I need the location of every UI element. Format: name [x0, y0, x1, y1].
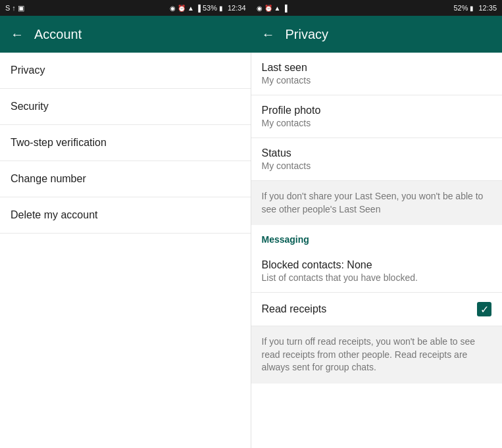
header-account: ← Account	[0, 16, 251, 53]
back-arrow-account[interactable]: ←	[11, 27, 24, 42]
left-panel: Privacy Security Two-step verification C…	[0, 53, 251, 448]
menu-item-security[interactable]: Security	[0, 89, 251, 125]
status-bar-left: S ↑ ▣ ◉ ⏰ ▲ ▐ 53% ▮ 12:34	[0, 0, 251, 16]
wifi-icon-right: ▲	[274, 5, 281, 12]
status-icons-right: ◉ ⏰ ▲ ▐	[257, 5, 288, 12]
menu-item-two-step[interactable]: Two-step verification	[0, 125, 251, 161]
menu-item-privacy[interactable]: Privacy	[0, 53, 251, 89]
back-arrow-privacy[interactable]: ←	[262, 27, 275, 42]
circle-icon-right: ◉	[257, 5, 263, 12]
menu-item-change-number[interactable]: Change number	[0, 161, 251, 197]
menu-item-delete-account[interactable]: Delete my account	[0, 197, 251, 234]
time-battery-right: 52% ▮ 12:35	[453, 4, 497, 12]
status-right-icons-left: ◉ ⏰ ▲ ▐ 53% ▮ 12:34	[170, 4, 246, 12]
privacy-last-seen[interactable]: Last seen My contacts	[251, 53, 503, 95]
status-icons-left: S ↑ ▣	[5, 4, 24, 12]
skype-icon: S	[5, 4, 10, 12]
image-icon: ▣	[18, 4, 24, 12]
circle-icon-left: ◉	[170, 5, 176, 12]
time-right: 12:35	[478, 4, 497, 12]
header-privacy: ← Privacy	[251, 16, 503, 53]
signal-icon-left: ▐	[196, 5, 201, 12]
battery-percent-left: 53%	[203, 4, 217, 12]
privacy-blocked-contacts[interactable]: Blocked contacts: None List of contacts …	[251, 250, 503, 293]
account-title: Account	[34, 27, 82, 42]
info-last-seen: If you don't share your Last Seen, you w…	[251, 181, 503, 225]
battery-icon-right: ▮	[470, 5, 474, 12]
privacy-title: Privacy	[286, 27, 329, 42]
info-read-receipts: If you turn off read receipts, you won't…	[251, 326, 503, 384]
battery-percent-right: 52%	[453, 4, 468, 12]
time-left: 12:34	[228, 4, 246, 12]
right-panel: Last seen My contacts Profile photo My c…	[251, 53, 503, 448]
status-bar-right: ◉ ⏰ ▲ ▐ 52% ▮ 12:35	[251, 0, 503, 16]
signal-icon-right: ▐	[282, 5, 287, 12]
privacy-profile-photo[interactable]: Profile photo My contacts	[251, 95, 503, 138]
section-messaging: Messaging	[251, 225, 503, 250]
alarm-icon-left: ⏰	[178, 5, 186, 12]
read-receipts-checkbox[interactable]: ✓	[477, 302, 491, 316]
battery-icon-left: ▮	[219, 5, 223, 12]
upload-icon: ↑	[12, 4, 16, 12]
alarm-icon-right: ⏰	[264, 5, 272, 12]
privacy-read-receipts[interactable]: Read receipts ✓	[251, 293, 503, 326]
wifi-icon-left: ▲	[188, 5, 194, 12]
privacy-status[interactable]: Status My contacts	[251, 138, 503, 181]
